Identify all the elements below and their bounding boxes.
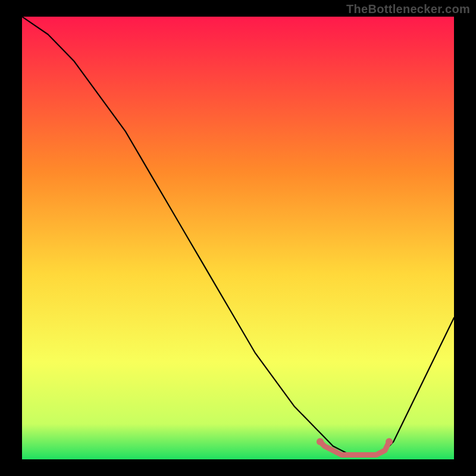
plot-background [22, 17, 454, 459]
plot-svg [22, 17, 454, 459]
plot-frame [22, 17, 454, 459]
optimal-region-start-marker [317, 438, 324, 445]
chart-container: TheBottlenecker.com [0, 0, 476, 476]
optimal-region-end-marker [386, 438, 393, 445]
watermark-text: TheBottlenecker.com [346, 2, 470, 16]
